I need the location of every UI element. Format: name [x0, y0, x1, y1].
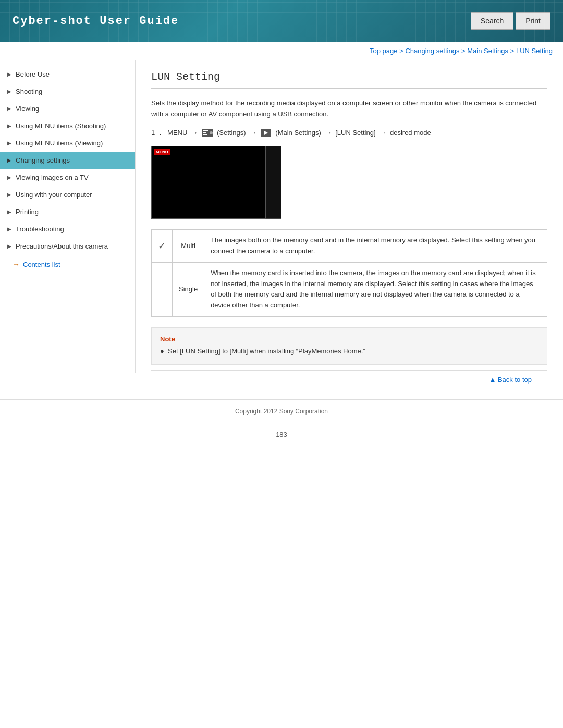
arrow-icon: ▶: [7, 157, 11, 163]
back-to-top-link[interactable]: Back to top: [489, 376, 532, 384]
sidebar: ▶ Before Use ▶ Shooting ▶ Viewing ▶ Usin…: [0, 60, 136, 373]
note-text: Set [LUN Setting] to [Multi] when instal…: [168, 347, 365, 355]
svg-rect-1: [203, 130, 208, 131]
arrow-right-icon: →: [13, 260, 20, 268]
settings-icon: [202, 128, 213, 138]
sidebar-item-viewing-on-tv[interactable]: ▶ Viewing images on a TV: [0, 169, 135, 186]
breadcrumb-sep3: >: [510, 47, 516, 55]
page-number: 183: [0, 422, 563, 447]
sidebar-item-using-with-computer[interactable]: ▶ Using with your computer: [0, 186, 135, 203]
breadcrumb: Top page > Changing settings > Main Sett…: [0, 42, 563, 60]
sidebar-item-label: Using MENU items (Shooting): [16, 122, 106, 130]
multi-description-cell: The images both on the memory card and i…: [204, 230, 547, 263]
contents-list-label: Contents list: [23, 261, 60, 268]
page-description: Sets the display method for the recordin…: [151, 98, 547, 120]
arrow-icon: ▶: [7, 192, 11, 198]
sidebar-item-troubleshooting[interactable]: ▶ Troubleshooting: [0, 220, 135, 238]
copyright-text: Copyright 2012 Sony Corporation: [235, 408, 328, 415]
contents-list-link[interactable]: → Contents list: [0, 255, 135, 274]
svg-rect-2: [203, 132, 206, 133]
sidebar-item-label: Before Use: [16, 70, 50, 78]
note-title: Note: [160, 335, 538, 343]
sidebar-item-label: Using with your computer: [16, 191, 92, 199]
sidebar-item-precautions[interactable]: ▶ Precautions/About this camera: [0, 238, 135, 255]
camera-body-right: [266, 146, 282, 219]
table-row: ✓ Multi The images both on the memory ca…: [152, 230, 547, 263]
arrow-icon: ▶: [7, 175, 11, 180]
sidebar-item-label: Troubleshooting: [16, 225, 64, 233]
app-title: Cyber-shot User Guide: [13, 15, 179, 28]
camera-screen-mockup: MENU: [151, 146, 266, 219]
breadcrumb-sep2: >: [461, 47, 467, 55]
sidebar-item-before-use[interactable]: ▶ Before Use: [0, 66, 135, 83]
sidebar-item-label: Printing: [16, 208, 39, 216]
breadcrumb-lun-setting[interactable]: LUN Setting: [516, 47, 553, 55]
breadcrumb-sep1: >: [399, 47, 405, 55]
arrow-icon: ▶: [7, 140, 11, 146]
check-mark-cell: ✓: [152, 230, 173, 263]
note-content: ● Set [LUN Setting] to [Multi] when inst…: [160, 346, 538, 357]
single-description-cell: When the memory card is inserted into th…: [204, 262, 547, 316]
menu-label: MENU: [154, 149, 170, 155]
breadcrumb-changing-settings[interactable]: Changing settings: [405, 47, 459, 55]
page-header: Cyber-shot User Guide Search Print: [0, 0, 563, 42]
sidebar-item-using-menu-shooting[interactable]: ▶ Using MENU items (Shooting): [0, 117, 135, 134]
arrow-icon: ▶: [7, 71, 11, 77]
breadcrumb-main-settings[interactable]: Main Settings: [467, 47, 508, 55]
main-content: LUN Setting Sets the display method for …: [136, 60, 563, 399]
svg-point-4: [210, 131, 213, 134]
sidebar-item-viewing[interactable]: ▶ Viewing: [0, 100, 135, 117]
sidebar-item-shooting[interactable]: ▶ Shooting: [0, 83, 135, 100]
arrow-icon: ▶: [7, 89, 11, 94]
arrow-icon: ▶: [7, 123, 11, 129]
arrow-icon: ▶: [7, 226, 11, 232]
single-label-cell: Single: [173, 262, 204, 316]
search-button[interactable]: Search: [471, 12, 513, 30]
sidebar-item-label: Shooting: [16, 88, 42, 95]
sidebar-item-label: Viewing: [16, 105, 39, 113]
header-button-group: Search Print: [471, 12, 550, 30]
note-box: Note ● Set [LUN Setting] to [Multi] when…: [151, 327, 547, 365]
settings-table: ✓ Multi The images both on the memory ca…: [151, 229, 547, 317]
print-button[interactable]: Print: [516, 12, 550, 30]
camera-screen-image: MENU: [151, 146, 266, 219]
copyright-bar: Copyright 2012 Sony Corporation: [0, 400, 563, 422]
empty-check-cell: [152, 262, 173, 316]
sidebar-item-label: Changing settings: [16, 156, 70, 164]
page-title: LUN Setting: [151, 71, 547, 89]
menu-instruction: 1 ． MENU → (Settings) → (Main Settings) …: [151, 128, 547, 138]
note-bullet: ●: [160, 347, 164, 355]
sidebar-item-label: Using MENU items (Viewing): [16, 139, 103, 147]
sidebar-item-label: Viewing images on a TV: [16, 174, 89, 181]
main-settings-icon: [260, 128, 272, 138]
page-footer: Back to top: [151, 370, 547, 389]
sidebar-item-changing-settings[interactable]: ▶ Changing settings: [0, 152, 135, 169]
table-row: Single When the memory card is inserted …: [152, 262, 547, 316]
sidebar-item-label: Precautions/About this camera: [16, 242, 108, 250]
arrow-icon: ▶: [7, 243, 11, 249]
sidebar-item-printing[interactable]: ▶ Printing: [0, 203, 135, 220]
main-layout: ▶ Before Use ▶ Shooting ▶ Viewing ▶ Usin…: [0, 60, 563, 399]
multi-label-cell: Multi: [173, 230, 204, 263]
breadcrumb-top[interactable]: Top page: [370, 47, 398, 55]
arrow-icon: ▶: [7, 209, 11, 215]
svg-rect-3: [203, 134, 207, 135]
sidebar-item-using-menu-viewing[interactable]: ▶ Using MENU items (Viewing): [0, 134, 135, 152]
arrow-icon: ▶: [7, 106, 11, 112]
